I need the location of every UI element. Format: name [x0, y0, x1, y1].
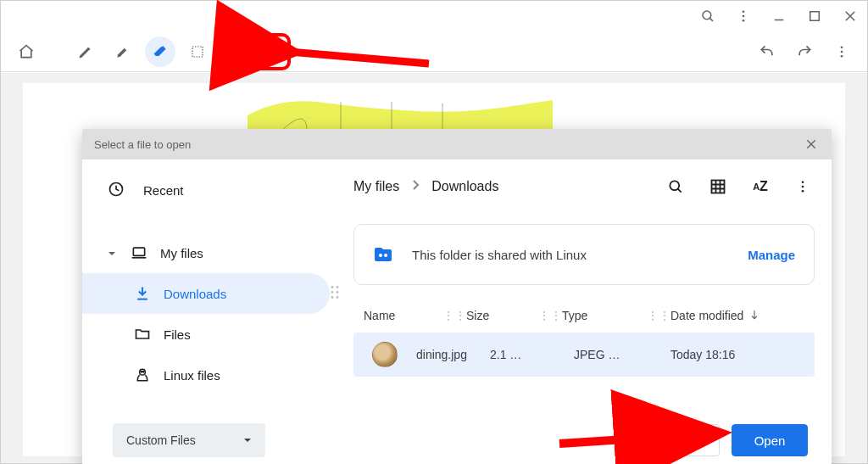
file-table: Name ⋮⋮ Size ⋮⋮ Type ⋮⋮ Date modified	[353, 299, 815, 377]
svg-rect-6	[810, 12, 820, 21]
undo-icon[interactable]	[752, 36, 782, 67]
tree-item-label: Downloads	[164, 287, 226, 301]
filetype-label: Custom Files	[126, 433, 196, 447]
dialog-main: My files Downloads	[337, 159, 832, 416]
sidebar-tree: My files Downloads	[82, 232, 337, 395]
minimize-icon[interactable]	[769, 6, 789, 26]
kebab-menu-icon[interactable]	[826, 36, 857, 67]
table-header: Name ⋮⋮ Size ⋮⋮ Type ⋮⋮ Date modified	[353, 299, 815, 333]
tree-item-linux[interactable]: Linux files	[82, 355, 337, 395]
tree-root-label: My files	[160, 246, 203, 260]
file-open-dialog: Select a file to open Recent	[82, 129, 832, 464]
svg-point-18	[841, 54, 843, 57]
close-icon[interactable]	[840, 6, 860, 26]
svg-rect-23	[133, 248, 144, 255]
manage-link[interactable]: Manage	[748, 248, 795, 262]
kebab-menu-icon[interactable]	[733, 6, 754, 26]
home-icon[interactable]	[11, 36, 42, 67]
breadcrumb-current: Downloads	[431, 179, 498, 194]
column-resize-icon[interactable]: ⋮⋮	[647, 309, 670, 322]
app-menubar	[1, 1, 867, 31]
svg-line-36	[678, 189, 682, 193]
svg-rect-37	[712, 181, 725, 193]
file-size: 2.1 …	[490, 348, 521, 361]
dialog-sidebar: Recent My files	[82, 159, 337, 416]
sort-desc-icon[interactable]	[748, 309, 760, 323]
open-button[interactable]: Open	[732, 424, 808, 456]
sort-button[interactable]: AZ	[748, 175, 772, 198]
shared-folder-icon	[373, 244, 393, 265]
chevron-down-icon	[243, 433, 252, 447]
grid-view-icon[interactable]	[706, 175, 730, 198]
col-modified-label[interactable]: Date modified	[670, 309, 743, 322]
table-row[interactable]: dining.jpg 2.1 … JPEG … Today 18:16	[353, 333, 815, 377]
svg-point-31	[337, 296, 339, 299]
pen-tool-icon[interactable]	[70, 36, 101, 67]
file-thumbnail	[372, 342, 398, 367]
svg-point-43	[802, 186, 804, 188]
maximize-icon[interactable]	[804, 6, 825, 26]
clock-icon	[108, 181, 125, 200]
search-icon[interactable]	[664, 175, 687, 198]
column-resize-icon[interactable]: ⋮⋮	[442, 309, 466, 322]
svg-point-29	[337, 291, 339, 293]
marker-tool-icon[interactable]	[108, 36, 138, 67]
move-tool-icon[interactable]	[220, 36, 250, 67]
col-type-label[interactable]: Type	[562, 309, 587, 322]
file-type: JPEG …	[574, 348, 620, 361]
dialog-header: My files Downloads	[353, 166, 815, 207]
svg-point-17	[841, 50, 843, 53]
redo-icon[interactable]	[789, 36, 820, 67]
sidebar-item-recent[interactable]: Recent	[82, 170, 337, 210]
drag-handle-icon[interactable]	[330, 285, 340, 303]
svg-point-44	[802, 190, 804, 193]
svg-point-16	[841, 46, 843, 48]
svg-rect-9	[192, 47, 203, 57]
tree-item-files[interactable]: Files	[82, 314, 337, 355]
tree-item-downloads[interactable]: Downloads	[82, 273, 330, 314]
linux-icon	[133, 366, 152, 383]
kebab-menu-icon[interactable]	[791, 175, 815, 198]
file-name: dining.jpg	[416, 348, 467, 361]
svg-point-28	[331, 291, 334, 293]
svg-line-1	[709, 18, 713, 21]
chevron-down-icon	[108, 246, 118, 260]
share-banner: This folder is shared with Linux Manage	[353, 224, 815, 285]
folder-icon	[133, 326, 152, 343]
dialog-title: Select a file to open	[94, 138, 191, 151]
insert-image-icon[interactable]	[257, 36, 287, 67]
svg-point-45	[379, 254, 382, 257]
sidebar-recent-label: Recent	[143, 183, 184, 198]
svg-point-27	[337, 286, 339, 288]
svg-point-2	[743, 10, 745, 13]
select-tool-icon[interactable]	[182, 36, 213, 67]
filetype-select[interactable]: Custom Files	[113, 423, 265, 457]
svg-marker-12	[233, 45, 237, 48]
search-icon[interactable]	[698, 6, 718, 26]
svg-point-34	[143, 372, 144, 372]
svg-point-42	[802, 181, 804, 183]
toolbar	[1, 31, 867, 72]
dialog-footer: Custom Files Cancel Open	[82, 416, 832, 464]
close-icon[interactable]	[803, 136, 820, 153]
breadcrumb-root[interactable]: My files	[353, 179, 399, 194]
svg-point-26	[331, 286, 334, 288]
svg-point-35	[670, 181, 679, 190]
svg-point-0	[703, 11, 711, 20]
svg-point-46	[384, 254, 387, 257]
tree-item-label: Linux files	[164, 368, 220, 383]
header-actions: AZ	[664, 175, 815, 198]
share-banner-text: This folder is shared with Linux	[412, 248, 729, 262]
col-size-label[interactable]: Size	[466, 309, 489, 322]
svg-point-33	[141, 372, 142, 372]
tree-item-label: Files	[164, 327, 191, 342]
svg-point-30	[331, 296, 334, 299]
svg-point-3	[743, 15, 745, 18]
col-name-label[interactable]: Name	[364, 309, 395, 322]
tree-my-files[interactable]: My files	[82, 232, 337, 273]
cancel-button[interactable]: Cancel	[641, 424, 720, 456]
breadcrumb: My files Downloads	[353, 179, 654, 194]
chevron-right-icon	[411, 179, 420, 194]
eraser-tool-icon[interactable]	[145, 36, 175, 67]
column-resize-icon[interactable]: ⋮⋮	[538, 309, 562, 322]
